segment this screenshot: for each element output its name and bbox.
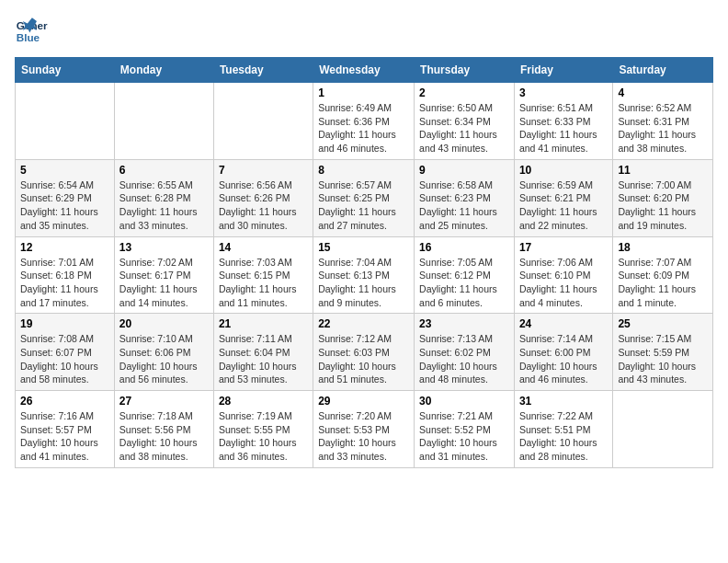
day-info: Sunrise: 7:19 AM Sunset: 5:55 PM Dayligh… xyxy=(219,409,308,464)
weekday-header-row: SundayMondayTuesdayWednesdayThursdayFrid… xyxy=(16,58,713,83)
day-info: Sunrise: 6:56 AM Sunset: 6:26 PM Dayligh… xyxy=(219,178,308,233)
day-cell: 10Sunrise: 6:59 AM Sunset: 6:21 PM Dayli… xyxy=(514,159,612,236)
day-info: Sunrise: 7:03 AM Sunset: 6:15 PM Dayligh… xyxy=(219,256,308,310)
week-row-3: 19Sunrise: 7:08 AM Sunset: 6:07 PM Dayli… xyxy=(16,314,713,391)
weekday-header-friday: Friday xyxy=(514,58,612,83)
day-number: 31 xyxy=(519,395,608,408)
day-number: 24 xyxy=(519,317,608,330)
week-row-1: 5Sunrise: 6:54 AM Sunset: 6:29 PM Daylig… xyxy=(16,159,713,236)
day-number: 12 xyxy=(20,241,109,254)
day-cell xyxy=(213,83,313,160)
day-cell: 16Sunrise: 7:05 AM Sunset: 6:12 PM Dayli… xyxy=(415,236,515,314)
day-info: Sunrise: 6:58 AM Sunset: 6:23 PM Dayligh… xyxy=(419,178,509,233)
day-info: Sunrise: 6:50 AM Sunset: 6:34 PM Dayligh… xyxy=(419,101,509,155)
day-info: Sunrise: 7:21 AM Sunset: 5:52 PM Dayligh… xyxy=(419,409,509,464)
day-cell: 12Sunrise: 7:01 AM Sunset: 6:18 PM Dayli… xyxy=(16,236,115,314)
day-cell: 9Sunrise: 6:58 AM Sunset: 6:23 PM Daylig… xyxy=(415,159,515,236)
day-number: 26 xyxy=(20,395,109,408)
day-cell xyxy=(613,391,713,468)
day-number: 30 xyxy=(419,395,509,408)
day-info: Sunrise: 7:20 AM Sunset: 5:53 PM Dayligh… xyxy=(318,409,409,464)
page-header: General Blue xyxy=(15,15,713,48)
day-info: Sunrise: 7:12 AM Sunset: 6:03 PM Dayligh… xyxy=(318,332,409,386)
day-number: 16 xyxy=(419,241,509,254)
day-cell: 3Sunrise: 6:51 AM Sunset: 6:33 PM Daylig… xyxy=(514,83,612,160)
day-number: 8 xyxy=(318,164,409,177)
day-number: 7 xyxy=(219,164,308,177)
day-number: 11 xyxy=(618,164,708,177)
day-number: 20 xyxy=(119,317,209,330)
weekday-header-thursday: Thursday xyxy=(415,58,515,83)
day-number: 18 xyxy=(618,241,708,254)
weekday-header-wednesday: Wednesday xyxy=(313,58,415,83)
day-cell: 7Sunrise: 6:56 AM Sunset: 6:26 PM Daylig… xyxy=(213,159,313,236)
day-info: Sunrise: 6:51 AM Sunset: 6:33 PM Dayligh… xyxy=(519,101,608,155)
day-cell: 31Sunrise: 7:22 AM Sunset: 5:51 PM Dayli… xyxy=(514,391,612,468)
weekday-header-sunday: Sunday xyxy=(16,58,115,83)
day-info: Sunrise: 7:08 AM Sunset: 6:07 PM Dayligh… xyxy=(20,332,109,386)
day-info: Sunrise: 7:07 AM Sunset: 6:09 PM Dayligh… xyxy=(618,256,708,310)
weekday-header-monday: Monday xyxy=(114,58,213,83)
day-info: Sunrise: 7:05 AM Sunset: 6:12 PM Dayligh… xyxy=(419,256,509,310)
day-number: 15 xyxy=(318,241,409,254)
day-number: 5 xyxy=(20,164,109,177)
day-cell: 5Sunrise: 6:54 AM Sunset: 6:29 PM Daylig… xyxy=(16,159,115,236)
day-info: Sunrise: 7:15 AM Sunset: 5:59 PM Dayligh… xyxy=(618,332,708,386)
week-row-2: 12Sunrise: 7:01 AM Sunset: 6:18 PM Dayli… xyxy=(16,236,713,314)
day-cell: 22Sunrise: 7:12 AM Sunset: 6:03 PM Dayli… xyxy=(313,314,415,391)
day-number: 21 xyxy=(219,317,308,330)
day-cell: 30Sunrise: 7:21 AM Sunset: 5:52 PM Dayli… xyxy=(415,391,515,468)
day-cell: 29Sunrise: 7:20 AM Sunset: 5:53 PM Dayli… xyxy=(313,391,415,468)
day-cell: 25Sunrise: 7:15 AM Sunset: 5:59 PM Dayli… xyxy=(613,314,713,391)
day-info: Sunrise: 7:01 AM Sunset: 6:18 PM Dayligh… xyxy=(20,256,109,310)
day-cell: 21Sunrise: 7:11 AM Sunset: 6:04 PM Dayli… xyxy=(213,314,313,391)
week-row-0: 1Sunrise: 6:49 AM Sunset: 6:36 PM Daylig… xyxy=(16,83,713,160)
day-info: Sunrise: 7:00 AM Sunset: 6:20 PM Dayligh… xyxy=(618,178,708,233)
day-number: 17 xyxy=(519,241,608,254)
day-number: 28 xyxy=(219,395,308,408)
day-info: Sunrise: 7:18 AM Sunset: 5:56 PM Dayligh… xyxy=(119,409,209,464)
day-number: 2 xyxy=(419,86,509,99)
day-info: Sunrise: 7:16 AM Sunset: 5:57 PM Dayligh… xyxy=(20,409,109,464)
weekday-header-tuesday: Tuesday xyxy=(213,58,313,83)
day-cell: 11Sunrise: 7:00 AM Sunset: 6:20 PM Dayli… xyxy=(613,159,713,236)
logo-icon: General Blue xyxy=(15,15,48,48)
day-number: 10 xyxy=(519,164,608,177)
day-number: 22 xyxy=(318,317,409,330)
day-cell: 17Sunrise: 7:06 AM Sunset: 6:10 PM Dayli… xyxy=(514,236,612,314)
day-info: Sunrise: 7:06 AM Sunset: 6:10 PM Dayligh… xyxy=(519,256,608,310)
day-cell: 26Sunrise: 7:16 AM Sunset: 5:57 PM Dayli… xyxy=(16,391,115,468)
day-info: Sunrise: 6:54 AM Sunset: 6:29 PM Dayligh… xyxy=(20,178,109,233)
day-info: Sunrise: 6:49 AM Sunset: 6:36 PM Dayligh… xyxy=(318,101,409,155)
day-cell: 20Sunrise: 7:10 AM Sunset: 6:06 PM Dayli… xyxy=(114,314,213,391)
day-cell: 28Sunrise: 7:19 AM Sunset: 5:55 PM Dayli… xyxy=(213,391,313,468)
day-number: 23 xyxy=(419,317,509,330)
day-number: 27 xyxy=(119,395,209,408)
day-cell: 6Sunrise: 6:55 AM Sunset: 6:28 PM Daylig… xyxy=(114,159,213,236)
day-cell: 13Sunrise: 7:02 AM Sunset: 6:17 PM Dayli… xyxy=(114,236,213,314)
day-cell xyxy=(114,83,213,160)
day-cell: 14Sunrise: 7:03 AM Sunset: 6:15 PM Dayli… xyxy=(213,236,313,314)
day-cell: 23Sunrise: 7:13 AM Sunset: 6:02 PM Dayli… xyxy=(415,314,515,391)
day-info: Sunrise: 6:55 AM Sunset: 6:28 PM Dayligh… xyxy=(119,178,209,233)
logo: General Blue xyxy=(15,15,51,48)
day-info: Sunrise: 6:59 AM Sunset: 6:21 PM Dayligh… xyxy=(519,178,608,233)
day-info: Sunrise: 7:14 AM Sunset: 6:00 PM Dayligh… xyxy=(519,332,608,386)
week-row-4: 26Sunrise: 7:16 AM Sunset: 5:57 PM Dayli… xyxy=(16,391,713,468)
day-cell: 19Sunrise: 7:08 AM Sunset: 6:07 PM Dayli… xyxy=(16,314,115,391)
day-number: 4 xyxy=(618,86,708,99)
day-info: Sunrise: 6:52 AM Sunset: 6:31 PM Dayligh… xyxy=(618,101,708,155)
day-cell: 18Sunrise: 7:07 AM Sunset: 6:09 PM Dayli… xyxy=(613,236,713,314)
day-info: Sunrise: 7:11 AM Sunset: 6:04 PM Dayligh… xyxy=(219,332,308,386)
day-number: 1 xyxy=(318,86,409,99)
day-info: Sunrise: 7:22 AM Sunset: 5:51 PM Dayligh… xyxy=(519,409,608,464)
day-number: 3 xyxy=(519,86,608,99)
day-number: 14 xyxy=(219,241,308,254)
day-number: 6 xyxy=(119,164,209,177)
day-cell: 27Sunrise: 7:18 AM Sunset: 5:56 PM Dayli… xyxy=(114,391,213,468)
day-info: Sunrise: 7:04 AM Sunset: 6:13 PM Dayligh… xyxy=(318,256,409,310)
calendar-table: SundayMondayTuesdayWednesdayThursdayFrid… xyxy=(15,57,713,468)
day-number: 29 xyxy=(318,395,409,408)
svg-text:Blue: Blue xyxy=(17,31,40,43)
day-cell xyxy=(16,83,115,160)
